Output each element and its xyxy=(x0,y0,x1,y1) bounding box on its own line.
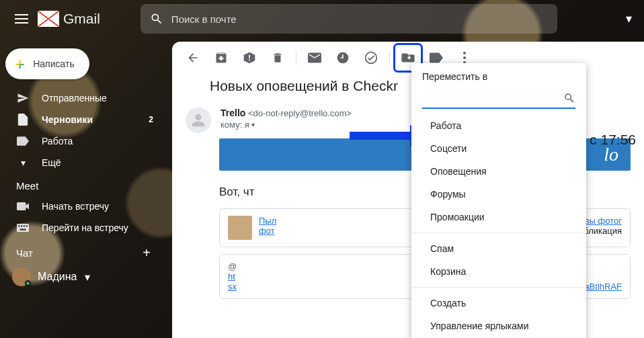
menu-item-updates[interactable]: Оповещения xyxy=(411,160,586,183)
archive-button[interactable] xyxy=(208,45,234,71)
gmail-logo[interactable]: Gmail xyxy=(38,11,100,27)
avatar xyxy=(12,267,31,286)
menu-item-manage[interactable]: Управление ярлыками xyxy=(411,314,586,337)
svg-point-8 xyxy=(463,56,466,59)
svg-rect-5 xyxy=(20,229,26,230)
sidebar-item-label: Отправленные xyxy=(42,93,107,103)
presence-indicator xyxy=(25,280,31,286)
chat-user[interactable]: Мадина ▾ xyxy=(0,265,161,289)
plus-icon: + xyxy=(15,54,25,75)
sidebar-item-label: Черновики xyxy=(42,114,93,125)
chevron-down-icon[interactable]: ▾ xyxy=(85,271,90,284)
meet-start[interactable]: Начать встречу xyxy=(0,196,161,217)
svg-rect-4 xyxy=(26,225,28,226)
sidebar-item-sent[interactable]: Отправленные xyxy=(0,87,161,109)
card-link[interactable]: фот xyxy=(259,226,275,236)
menu-item-social[interactable]: Соцсети xyxy=(411,137,586,160)
compose-label: Написать xyxy=(33,58,74,69)
move-to-menu: Переместить в Работа Соцсети Оповещения … xyxy=(411,63,586,338)
menu-separator xyxy=(411,287,586,288)
snooze-button[interactable] xyxy=(330,45,356,71)
chat-user-name: Мадина xyxy=(38,271,77,283)
menu-item-trash[interactable]: Корзина xyxy=(411,260,586,283)
menu-item-spam[interactable]: Спам xyxy=(411,237,586,260)
chat-add-button[interactable]: + xyxy=(143,245,151,261)
send-icon xyxy=(16,92,30,104)
menu-item-work[interactable]: Работа xyxy=(411,114,586,137)
search-input[interactable] xyxy=(171,13,548,25)
gmail-icon xyxy=(38,11,59,27)
sender-avatar xyxy=(186,108,211,133)
sidebar-item-label: Работа xyxy=(42,136,73,146)
menu-item-forums[interactable]: Форумы xyxy=(411,183,586,206)
menu-separator xyxy=(411,233,586,233)
to-label: кому: я xyxy=(220,120,249,130)
sidebar-item-work[interactable]: Работа xyxy=(0,130,161,152)
card-link[interactable]: sx xyxy=(228,282,237,292)
compose-button[interactable]: + Написать xyxy=(5,48,89,79)
chat-heading: Чат xyxy=(16,247,33,259)
svg-rect-10 xyxy=(350,132,410,140)
mark-unread-button[interactable] xyxy=(302,45,327,71)
spam-button[interactable] xyxy=(237,45,262,71)
svg-rect-3 xyxy=(24,225,25,226)
keyboard-icon xyxy=(16,224,30,232)
expand-recipients[interactable]: ▾ xyxy=(251,121,255,128)
back-button[interactable] xyxy=(180,45,206,71)
main-menu-button[interactable] xyxy=(8,5,35,32)
settings-dropdown[interactable]: ▾ xyxy=(626,11,636,26)
thumbnail xyxy=(228,216,252,240)
svg-rect-1 xyxy=(18,225,19,226)
menu-search-input[interactable] xyxy=(422,93,563,103)
delete-button[interactable] xyxy=(265,45,290,71)
meet-join-label: Перейти на встречу xyxy=(42,222,128,233)
menu-item-create[interactable]: Создать xyxy=(411,292,586,314)
svg-point-7 xyxy=(463,52,466,54)
sender-email: <do-not-reply@trello.com> xyxy=(248,108,352,118)
sidebar-item-label: Ещё xyxy=(42,157,61,168)
search-icon xyxy=(150,12,163,26)
sender-name: Trello xyxy=(220,108,245,118)
label-icon xyxy=(16,136,30,146)
menu-title: Переместить в xyxy=(411,71,586,89)
card-link[interactable]: ht xyxy=(228,271,235,282)
chevron-down-icon: ▾ xyxy=(16,157,30,168)
draft-icon xyxy=(16,114,30,126)
menu-search[interactable] xyxy=(422,89,575,109)
search-icon xyxy=(563,92,575,104)
add-task-button[interactable] xyxy=(358,45,384,71)
svg-rect-2 xyxy=(21,225,22,226)
subject-right: я с 17:56 xyxy=(578,132,636,148)
sidebar-item-drafts[interactable]: Черновики 2 xyxy=(0,109,161,130)
drafts-badge: 2 xyxy=(149,115,153,124)
video-icon xyxy=(16,202,30,210)
search-bar[interactable] xyxy=(140,4,557,34)
product-name: Gmail xyxy=(63,11,100,27)
meet-start-label: Начать встречу xyxy=(42,201,109,212)
mention: @ xyxy=(228,261,237,271)
svg-point-6 xyxy=(366,52,377,64)
meet-heading: Meet xyxy=(0,173,161,196)
menu-item-promos[interactable]: Промоакции xyxy=(411,206,586,228)
card-title-link[interactable]: Пыл xyxy=(259,216,276,226)
sidebar-item-more[interactable]: ▾ Ещё xyxy=(0,152,161,173)
svg-rect-0 xyxy=(17,224,29,232)
meet-join[interactable]: Перейти на встречу xyxy=(0,217,161,239)
